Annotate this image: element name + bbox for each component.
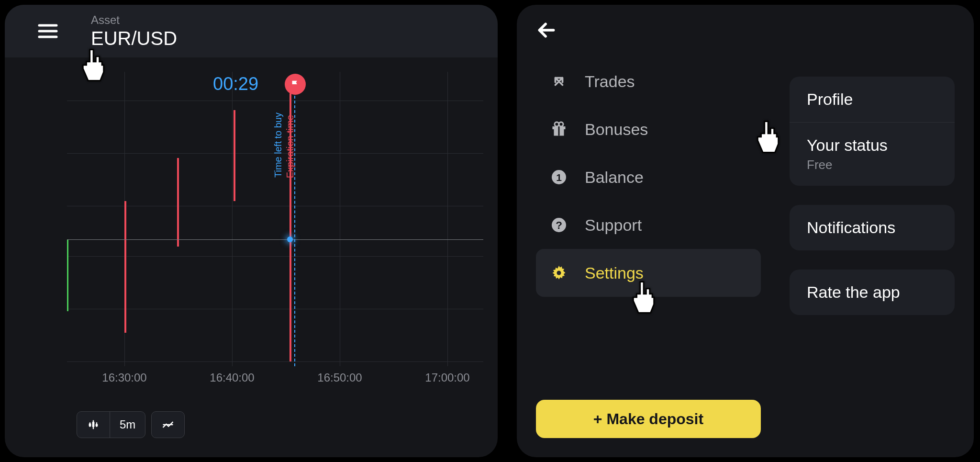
gridline <box>67 101 483 101</box>
price-dot <box>287 237 293 242</box>
svg-rect-5 <box>558 126 560 136</box>
gridline <box>232 72 233 366</box>
svg-rect-0 <box>89 424 91 427</box>
menu-item-settings[interactable]: Settings <box>536 249 761 297</box>
card-title: Rate the app <box>807 283 937 302</box>
svg-rect-1 <box>92 422 95 427</box>
trades-icon <box>549 72 568 91</box>
menu-label: Bonuses <box>585 120 648 139</box>
countdown-timer: 00:29 <box>213 74 258 94</box>
flag-icon <box>290 79 301 90</box>
arrow-left-icon <box>536 20 557 41</box>
time-tick: 16:30:00 <box>102 371 146 384</box>
back-row <box>517 5 974 57</box>
chart-candle <box>124 201 126 333</box>
profile-row[interactable]: Profile <box>790 77 955 122</box>
gridline <box>67 361 483 362</box>
svg-point-7 <box>559 122 563 126</box>
hamburger-icon <box>36 20 59 43</box>
time-tick: 16:50:00 <box>317 371 362 384</box>
chart-area[interactable]: Time left to buy Expiration time 00:29 1… <box>5 57 498 395</box>
chart-bar <box>67 239 68 311</box>
expiration-flag <box>285 74 306 95</box>
card-title: Your status <box>807 136 937 155</box>
chart-type-timeframe: 5m <box>77 411 145 438</box>
status-value: Free <box>807 158 937 172</box>
menu-item-bonuses[interactable]: Bonuses <box>536 105 761 153</box>
chart-candle <box>177 158 179 247</box>
menu-label: Balance <box>585 168 644 187</box>
trading-chart-panel: Asset EUR/USD Time left to buy Expiratio… <box>5 5 498 457</box>
gridline <box>447 72 448 366</box>
gear-icon <box>549 263 568 282</box>
time-axis: 16:30:00 16:40:00 16:50:00 17:00:00 <box>5 371 498 385</box>
rate-row[interactable]: Rate the app <box>790 270 955 315</box>
indicators-button[interactable] <box>151 411 185 438</box>
menu-columns: Trades Bonuses 1 Balance ? Support <box>517 57 974 457</box>
menu-label: Settings <box>585 264 644 282</box>
deposit-label: + Make deposit <box>593 410 703 428</box>
menu-item-balance[interactable]: 1 Balance <box>536 153 761 201</box>
chart-topbar: Asset EUR/USD <box>5 5 498 57</box>
gift-icon <box>549 120 568 139</box>
menu-label: Trades <box>585 72 635 91</box>
card-title: Notifications <box>807 218 937 237</box>
support-icon: ? <box>549 215 568 235</box>
settings-cards: Profile Your status Free Notifications R… <box>790 57 955 457</box>
gridline <box>67 309 483 309</box>
gridline <box>67 256 483 257</box>
svg-rect-2 <box>96 424 98 427</box>
current-price-line <box>67 239 483 240</box>
menu-item-support[interactable]: ? Support <box>536 201 761 249</box>
gridline <box>340 72 340 366</box>
asset-selector[interactable]: Asset EUR/USD <box>91 13 177 49</box>
asset-name: EUR/USD <box>91 28 177 49</box>
svg-point-12 <box>557 271 561 275</box>
gridline <box>67 206 483 206</box>
menu-item-trades[interactable]: Trades <box>536 57 761 105</box>
menu-list: Trades Bonuses 1 Balance ? Support <box>536 57 761 457</box>
time-left-label: Time left to buy <box>273 113 284 178</box>
chart-controls: 5m <box>77 411 185 438</box>
notifications-row[interactable]: Notifications <box>790 205 955 250</box>
candlestick-icon <box>87 418 100 431</box>
svg-text:1: 1 <box>556 172 562 183</box>
chart-type-button[interactable] <box>77 412 110 438</box>
time-tick: 17:00:00 <box>425 371 469 384</box>
time-tick: 16:40:00 <box>210 371 254 384</box>
notifications-card: Notifications <box>790 205 955 250</box>
chart-candle <box>234 110 235 201</box>
coin-icon: 1 <box>549 168 568 187</box>
timeframe-button[interactable]: 5m <box>110 412 145 438</box>
indicator-icon <box>161 418 175 431</box>
svg-text:?: ? <box>556 219 562 231</box>
menu-label: Support <box>585 216 642 235</box>
back-button[interactable] <box>536 20 557 43</box>
rate-card: Rate the app <box>790 270 955 315</box>
card-title: Profile <box>807 90 937 109</box>
menu-button[interactable] <box>19 5 77 57</box>
profile-card: Profile Your status Free <box>790 77 955 186</box>
timeframe-label: 5m <box>120 418 135 431</box>
status-row[interactable]: Your status Free <box>790 123 955 186</box>
settings-menu-panel: Trades Bonuses 1 Balance ? Support <box>517 5 974 457</box>
asset-label: Asset <box>91 13 177 27</box>
make-deposit-button[interactable]: + Make deposit <box>536 400 761 438</box>
expiration-label: Expiration time <box>285 115 296 178</box>
